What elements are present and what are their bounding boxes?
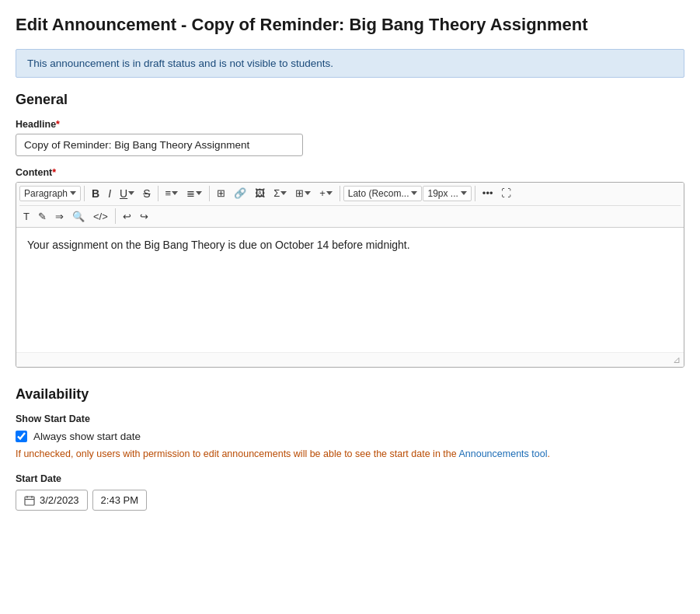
plus-button[interactable]: +	[315, 185, 336, 201]
size-chevron-icon	[461, 191, 467, 195]
editor-resize-handle[interactable]: ⊿	[16, 352, 684, 367]
format-icon: T	[23, 211, 30, 222]
always-show-checkbox-row: Always show start date	[16, 431, 684, 442]
grid-icon: ⊞	[295, 187, 304, 199]
image-button[interactable]: 🖼	[251, 185, 269, 201]
headline-field-group: Headline*	[16, 119, 684, 156]
pencil-button[interactable]: ✎	[34, 208, 50, 225]
page-title: Edit Announcement - Copy of Reminder: Bi…	[16, 14, 684, 37]
always-show-checkbox[interactable]	[16, 431, 27, 442]
show-start-date-label: Show Start Date	[16, 413, 684, 424]
image-icon: 🖼	[255, 187, 265, 199]
draft-notice-banner: This announcement is in draft status and…	[16, 49, 684, 78]
calendar-icon	[24, 495, 35, 506]
fullscreen-button[interactable]: ⛶	[497, 185, 515, 201]
list-chevron-icon	[196, 191, 202, 195]
always-show-label: Always show start date	[33, 431, 141, 442]
headline-input[interactable]	[16, 134, 303, 156]
sigma-button[interactable]: Σ	[270, 185, 291, 201]
headline-required: *	[56, 119, 60, 130]
toolbar-separator-4	[340, 186, 340, 201]
fullscreen-icon: ⛶	[501, 187, 511, 199]
more-button[interactable]: •••	[479, 185, 497, 201]
undo-button[interactable]: ↩	[119, 208, 135, 225]
start-date-value: 3/2/2023	[40, 494, 79, 506]
bold-button[interactable]: B	[88, 185, 103, 202]
more-icon: •••	[482, 187, 493, 199]
start-date-time-row: 3/2/2023 2:43 PM	[16, 490, 684, 511]
availability-section-heading: Availability	[16, 386, 684, 403]
size-label: 19px ...	[427, 188, 458, 199]
table-insert-button[interactable]: ⊞	[213, 185, 229, 201]
link-icon: 🔗	[234, 187, 246, 199]
editor-content-area[interactable]: Your assignment on the Big Bang Theory i…	[16, 228, 684, 352]
toolbar-separator-5	[475, 186, 475, 201]
grid-chevron-icon	[305, 191, 311, 195]
sigma-chevron-icon	[280, 191, 287, 195]
content-field-group: Content* Paragraph B I	[16, 167, 684, 368]
size-dropdown[interactable]: 19px ...	[423, 186, 471, 201]
align-chevron-icon	[172, 191, 178, 195]
undo-icon: ↩	[123, 211, 131, 222]
link-button[interactable]: 🔗	[230, 185, 250, 201]
redo-icon: ↪	[140, 211, 148, 222]
font-dropdown[interactable]: Lato (Recom...	[343, 186, 423, 201]
availability-section: Availability Show Start Date Always show…	[16, 386, 684, 511]
grid-button[interactable]: ⊞	[291, 185, 315, 201]
toolbar-separator-3	[209, 186, 210, 201]
toolbar-separator-1	[84, 186, 85, 201]
find-replace-icon: 🔍	[72, 211, 85, 222]
font-chevron-icon	[411, 191, 417, 195]
indent-button[interactable]: ⇒	[51, 208, 68, 225]
start-time-value: 2:43 PM	[101, 494, 138, 506]
find-replace-button[interactable]: 🔍	[68, 208, 89, 225]
sigma-icon: Σ	[273, 187, 280, 199]
rich-text-editor: Paragraph B I U S	[16, 182, 684, 368]
pencil-icon: ✎	[38, 211, 47, 222]
align-button[interactable]: ≡	[162, 185, 183, 201]
start-time-picker[interactable]: 2:43 PM	[92, 490, 147, 511]
content-label: Content*	[16, 167, 684, 178]
underline-chevron-icon	[128, 191, 134, 195]
paragraph-chevron-icon	[70, 191, 76, 195]
show-start-date-notice: If unchecked, only users with permission…	[16, 448, 684, 462]
font-label: Lato (Recom...	[348, 188, 409, 199]
announcements-tool-link[interactable]: Announcements tool	[458, 448, 547, 459]
paragraph-dropdown[interactable]: Paragraph	[19, 186, 81, 201]
plus-icon: +	[319, 187, 326, 199]
general-section-heading: General	[16, 92, 684, 108]
editor-toolbar-row1: Paragraph B I U S	[16, 183, 684, 228]
list-button[interactable]: ≣	[183, 185, 206, 201]
indent-icon: ⇒	[55, 211, 64, 222]
toolbar-separator-2	[158, 186, 158, 201]
start-date-picker[interactable]: 3/2/2023	[16, 490, 88, 511]
strikethrough-button[interactable]: S	[139, 185, 154, 202]
underline-button[interactable]: U	[116, 185, 138, 202]
editor-body-text: Your assignment on the Big Bang Theory i…	[27, 237, 673, 253]
list-icon: ≣	[186, 187, 195, 199]
svg-rect-0	[25, 497, 34, 505]
start-date-label: Start Date	[16, 473, 684, 484]
redo-button[interactable]: ↪	[136, 208, 152, 225]
italic-button[interactable]: I	[104, 185, 115, 202]
headline-label: Headline*	[16, 119, 684, 130]
align-icon: ≡	[165, 187, 172, 199]
source-button[interactable]: </>	[89, 208, 112, 225]
paragraph-label: Paragraph	[24, 188, 68, 199]
table-icon: ⊞	[217, 187, 225, 199]
plus-chevron-icon	[326, 191, 333, 195]
page-container: Edit Announcement - Copy of Reminder: Bi…	[0, 0, 700, 614]
draft-notice-text: This announcement is in draft status and…	[27, 58, 333, 69]
toolbar-separator-6	[115, 208, 116, 224]
content-required: *	[52, 167, 56, 178]
format-button[interactable]: T	[19, 208, 33, 225]
source-icon: </>	[93, 211, 108, 222]
